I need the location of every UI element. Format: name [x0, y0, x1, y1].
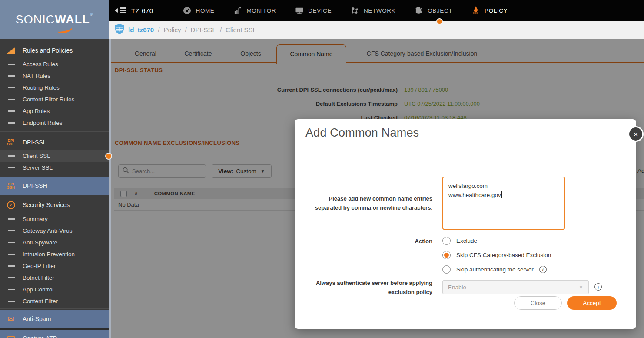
- nav-item-network[interactable]: NETWORK: [351, 6, 395, 15]
- dash-icon: [8, 110, 15, 112]
- dpi-ssh-icon: DPISSH: [6, 182, 16, 189]
- close-button[interactable]: Close: [514, 296, 562, 310]
- nav-item-home[interactable]: HOME: [183, 6, 215, 15]
- firewall-shield-icon: [115, 23, 124, 36]
- sidebar-item-intrusion-prevention[interactable]: Intrusion Prevention: [0, 248, 109, 260]
- security-shield-icon: ✓: [6, 201, 16, 209]
- action-label: Action: [295, 237, 432, 246]
- info-icon[interactable]: i: [539, 266, 547, 273]
- breadcrumb-policy[interactable]: Policy: [163, 26, 181, 33]
- logo-sonic: SONIC: [16, 13, 55, 26]
- sidebar-item-nat-rules[interactable]: NAT Rules: [0, 70, 109, 82]
- sidebar-item-botnet-filter[interactable]: Botnet Filter: [0, 272, 109, 284]
- registered-mark: ®: [90, 12, 93, 17]
- dash-icon: [8, 218, 15, 220]
- chevron-down-icon: ▼: [579, 285, 583, 290]
- object-cylinder-icon: [415, 6, 423, 15]
- radio-button-selected[interactable]: [442, 251, 451, 259]
- text-caret: [501, 191, 502, 198]
- dash-icon: [8, 167, 15, 168]
- dash-icon: [8, 75, 15, 77]
- sonicwall-logo: SONICWALL®: [0, 0, 109, 39]
- radio-skip-authenticating[interactable]: Skip authenticating the server i: [442, 264, 547, 275]
- breadcrumb: ld_tz670 / Policy / DPI-SSL / Client SSL: [109, 21, 644, 39]
- radio-button[interactable]: [442, 265, 451, 274]
- sonicwall-logo-text: SONICWALL®: [16, 13, 93, 27]
- info-icon[interactable]: i: [594, 283, 602, 291]
- sidebar-nav: Rules and Policies Access Rules NAT Rule…: [0, 39, 109, 338]
- radio-button[interactable]: [442, 237, 451, 245]
- sidebar-item-server-ssl[interactable]: Server SSL: [0, 162, 109, 174]
- radio-skip-cfs-category[interactable]: Skip CFS Category-based Exclusion: [442, 249, 551, 261]
- add-common-names-dialog: Add Common Names × Please add new common…: [295, 119, 636, 329]
- sidebar-item-gateway-anti-virus[interactable]: Gateway Anti-Virus: [0, 225, 109, 237]
- entries-label: Please add new common name entries separ…: [295, 194, 432, 212]
- nav-item-object[interactable]: OBJECT: [415, 6, 452, 15]
- policy-active-dot: [436, 18, 443, 25]
- sidebar-item-content-filter-rules[interactable]: Content Filter Rules: [0, 94, 109, 105]
- common-names-textarea[interactable]: wellsfargo.com www.healthcare.gov: [442, 177, 565, 230]
- nav-item-device[interactable]: DEVICE: [295, 6, 332, 15]
- dash-icon: [8, 242, 15, 243]
- sidebar-divider: [0, 131, 109, 132]
- sidebar-item-access-rules[interactable]: Access Rules: [0, 58, 109, 70]
- sidebar-item-app-control[interactable]: App Control: [0, 284, 109, 295]
- sidebar-item-capture-atp[interactable]: Capture ATP: [0, 330, 109, 338]
- sidebar-divider: [0, 175, 109, 175]
- dialog-divider: [305, 153, 625, 153]
- client-ssl-active-dot: [105, 153, 112, 160]
- sidebar-scrollbar[interactable]: [109, 39, 111, 338]
- sidebar-item-endpoint-rules[interactable]: Endpoint Rules: [0, 117, 109, 129]
- dash-icon: [8, 254, 15, 255]
- dash-icon: [8, 87, 15, 88]
- sidebar-item-rules-and-policies[interactable]: Rules and Policies: [0, 43, 109, 58]
- dash-icon: [8, 155, 15, 157]
- capture-atp-icon: [6, 336, 16, 338]
- dash-icon: [8, 230, 15, 231]
- dialog-title: Add Common Names: [305, 126, 419, 140]
- sidebar-divider: [0, 308, 109, 309]
- sidebar-item-dpi-ssl[interactable]: DPISSL DPI-SSL: [0, 134, 109, 150]
- logo-wall: WALL: [55, 13, 90, 26]
- radio-exclude[interactable]: Exclude: [442, 235, 477, 246]
- dpi-ssl-icon: DPISSL: [6, 139, 16, 146]
- dash-icon: [8, 265, 15, 267]
- dash-icon: [8, 289, 15, 290]
- dash-icon: [8, 301, 15, 302]
- dash-icon: [8, 277, 15, 278]
- always-authenticate-label: Always authenticate server before applyi…: [295, 278, 432, 297]
- sidebar-item-client-ssl[interactable]: Client SSL: [0, 150, 109, 162]
- rules-triangle-icon: [6, 47, 16, 54]
- device-display-icon: [295, 6, 304, 15]
- authenticate-dropdown-disabled[interactable]: Enable ▼: [442, 280, 589, 294]
- dash-icon: [8, 64, 15, 65]
- sidebar-item-app-rules[interactable]: App Rules: [0, 105, 109, 117]
- breadcrumb-device[interactable]: ld_tz670: [128, 26, 154, 33]
- sidebar-item-routing-rules[interactable]: Routing Rules: [0, 82, 109, 94]
- home-gauge-icon: [183, 6, 192, 15]
- close-icon[interactable]: ×: [628, 126, 644, 142]
- collapse-sidebar-icon[interactable]: [115, 7, 126, 13]
- top-nav: TZ 670 HOME MONITOR DEVICE NETWORK: [109, 0, 644, 21]
- device-model-label: TZ 670: [131, 7, 153, 14]
- policy-flame-icon: [471, 6, 480, 15]
- dash-icon: [8, 99, 15, 100]
- breadcrumb-client-ssl[interactable]: Client SSL: [226, 26, 256, 33]
- sidebar-item-content-filter[interactable]: Content Filter: [0, 295, 109, 307]
- sidebar-item-anti-spam[interactable]: ✉ Anti-Spam: [0, 310, 109, 328]
- dropdown-selected-value: Enable: [448, 284, 466, 291]
- sidebar-item-summary[interactable]: Summary: [0, 213, 109, 225]
- sidebar-item-dpi-ssh[interactable]: DPISSH DPI-SSH: [0, 177, 109, 195]
- monitor-chart-icon: [233, 6, 242, 15]
- sidebar-item-anti-spyware[interactable]: Anti-Spyware: [0, 237, 109, 248]
- dash-icon: [8, 122, 15, 124]
- sidebar-item-security-services[interactable]: ✓ Security Services: [0, 197, 109, 213]
- sidebar-item-geo-ip-filter[interactable]: Geo-IP Filter: [0, 260, 109, 272]
- breadcrumb-dpi-ssl[interactable]: DPI-SSL: [191, 26, 216, 33]
- nav-item-policy[interactable]: POLICY: [471, 6, 508, 15]
- anti-spam-mail-icon: ✉: [6, 315, 16, 323]
- network-nodes-icon: [351, 6, 359, 15]
- accept-button[interactable]: Accept: [567, 296, 617, 310]
- nav-item-monitor[interactable]: MONITOR: [233, 6, 276, 15]
